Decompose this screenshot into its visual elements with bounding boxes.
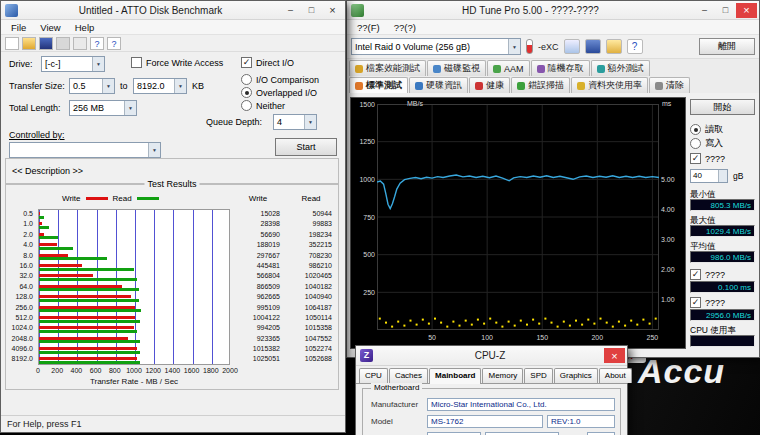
hdtune-tab-aam[interactable]: AAM	[487, 60, 530, 76]
hdtune-tab-folder-usage[interactable]: 資料夾使用率	[571, 77, 648, 93]
hdtune-bottom-tick: 200	[588, 334, 606, 341]
atto-titlebar[interactable]: Untitled - ATTO Disk Benchmark	[1, 1, 345, 20]
hdtune-tab-random-access[interactable]: 隨機存取	[531, 60, 590, 76]
radio-circle-icon	[241, 100, 252, 111]
new-document-icon[interactable]	[5, 37, 19, 50]
hdtune-drive-select[interactable]: Intel Raid 0 Volume (256 gB)	[351, 38, 521, 55]
cpuz-titlebar[interactable]: Z CPU-Z	[356, 346, 627, 366]
chevron-down-icon[interactable]	[148, 143, 160, 157]
kb-label: KB	[192, 81, 204, 91]
hdtune-minimize-button[interactable]	[694, 3, 715, 18]
cpuz-tab-about[interactable]: About	[599, 368, 632, 383]
cpuz-tab-cpu[interactable]: CPU	[359, 368, 388, 383]
chevron-down-icon[interactable]	[124, 101, 136, 115]
hdtune-maximize-button[interactable]	[715, 3, 736, 18]
hdtune-tab-health[interactable]: 健康	[469, 77, 510, 93]
read-radio[interactable]: 讀取	[690, 123, 723, 136]
queue-depth-select[interactable]: 4	[273, 114, 317, 130]
copy-icon[interactable]	[564, 39, 580, 54]
atto-menu-view[interactable]: View	[33, 22, 67, 33]
atto-close-button[interactable]	[322, 3, 343, 18]
chevron-down-icon[interactable]	[92, 57, 104, 71]
cpuz-tab-memory[interactable]: Memory	[482, 368, 523, 383]
cpuz-tab-mainboard[interactable]: Mainboard	[429, 368, 481, 384]
cpuz-tab-caches[interactable]: Caches	[389, 368, 428, 383]
atto-minimize-button[interactable]	[280, 3, 301, 18]
read-bar	[39, 309, 141, 312]
direct-io-checkbox[interactable]: Direct I/O	[241, 57, 294, 68]
total-length-select[interactable]: 256 MB	[69, 100, 137, 116]
transfer-size-to-select[interactable]: 8192.0	[133, 78, 187, 94]
drive-select[interactable]: [-c-]	[41, 56, 105, 72]
atto-menu-file[interactable]: File	[4, 22, 33, 33]
benchmark-icon	[355, 82, 363, 90]
burst-rate-checkbox[interactable]: ????	[690, 297, 725, 308]
overlapped-io-radio[interactable]: Overlapped I/O	[241, 87, 317, 98]
cpuz-mainboard-page: Motherboard Manufacturer Micro-Star Inte…	[356, 384, 627, 435]
chevron-down-icon[interactable]	[174, 79, 186, 93]
atto-chart-row	[39, 324, 229, 334]
write-radio[interactable]: 寫入	[690, 137, 723, 150]
hdtune-menu-0[interactable]: ??(F)	[350, 22, 387, 33]
hdtune-tab-benchmark[interactable]: 標準測試	[349, 77, 408, 93]
access-time-checkbox[interactable]: ????	[690, 269, 725, 280]
atto-write-value: 995109	[232, 303, 284, 313]
queue-depth-value: 4	[274, 117, 304, 127]
force-write-access-checkbox[interactable]: Force Write Access	[131, 57, 223, 68]
read-bar	[39, 257, 107, 260]
tab-label: 清除	[666, 79, 684, 92]
chevron-down-icon[interactable]	[102, 79, 114, 93]
chevron-down-icon[interactable]	[508, 39, 520, 54]
cpuz-tab-graphics[interactable]: Graphics	[554, 368, 598, 383]
hdtune-close-button[interactable]	[736, 3, 757, 18]
cpuz-close-button[interactable]	[604, 348, 625, 363]
cpuz-tab-spd[interactable]: SPD	[524, 368, 552, 383]
hdtune-tab-row-1: 檔案效能測試磁碟監視AAM隨機存取額外測試	[347, 59, 759, 76]
hdtune-tab-file-benchmark[interactable]: 檔案效能測試	[349, 60, 426, 76]
spinner-arrows-icon[interactable]	[718, 170, 727, 182]
description-field[interactable]: << Description >>	[12, 166, 83, 176]
context-help-icon[interactable]	[90, 37, 104, 50]
write-bar	[39, 212, 40, 215]
hdtune-tab-row-2: 標準測試硬碟資訊健康錯誤掃描資料夾使用率清除	[347, 76, 759, 93]
tab-label: 磁碟監視	[444, 62, 480, 75]
screenshot-icon[interactable]	[606, 39, 622, 54]
hdtune-tab-extra-tests[interactable]: 額外測試	[591, 60, 650, 76]
atto-menu-help[interactable]: Help	[68, 22, 102, 33]
atto-write-value: 866509	[232, 282, 284, 292]
hdtune-tab-disk-info[interactable]: 硬碟資訊	[409, 77, 468, 93]
checkbox-box-icon	[131, 57, 142, 68]
hdtune-tab-disk-monitor[interactable]: 磁碟監視	[427, 60, 486, 76]
hdtune-titlebar[interactable]: HD Tune Pro 5.00 - ????-????	[347, 1, 759, 20]
chevron-down-icon[interactable]	[304, 115, 316, 129]
save-icon[interactable]	[39, 37, 53, 50]
transfer-size-from-select[interactable]: 0.5	[69, 78, 115, 94]
neither-radio[interactable]: Neither	[241, 100, 285, 111]
partial-test-checkbox[interactable]: ????	[690, 153, 725, 164]
hdtune-start-button[interactable]: 開始	[690, 99, 755, 115]
controlled-by-select[interactable]	[9, 142, 161, 158]
hdtune-right-tick: 5.00	[661, 176, 685, 183]
read-bar	[39, 340, 140, 343]
start-button[interactable]: Start	[275, 138, 337, 156]
about-icon[interactable]	[107, 37, 121, 50]
hdtune-tab-error-scan[interactable]: 錯誤掃描	[511, 77, 570, 93]
copy-icon[interactable]	[73, 37, 87, 50]
hdtune-bottom-tick: 50	[423, 334, 441, 341]
open-folder-icon[interactable]	[22, 37, 36, 50]
atto-maximize-button[interactable]	[301, 3, 322, 18]
hdtune-menu-1[interactable]: ??(?)	[387, 22, 423, 33]
checkbox-box-icon	[241, 57, 252, 68]
save-icon[interactable]	[585, 39, 601, 54]
hdtune-ms-axis-label: ms	[662, 100, 682, 107]
exit-button[interactable]: 離開	[699, 38, 755, 55]
block-size-input[interactable]: 40	[690, 169, 728, 183]
atto-x-axis-title: Transfer Rate - MB / Sec	[38, 377, 230, 386]
read-bar	[39, 330, 137, 333]
hdtune-tab-erase[interactable]: 清除	[649, 77, 690, 93]
atto-size-label: 32.0	[6, 271, 36, 281]
legend-write-swatch	[86, 197, 108, 200]
help-icon[interactable]	[627, 39, 643, 54]
print-icon[interactable]	[56, 37, 70, 50]
io-comparison-radio[interactable]: I/O Comparison	[241, 74, 319, 85]
